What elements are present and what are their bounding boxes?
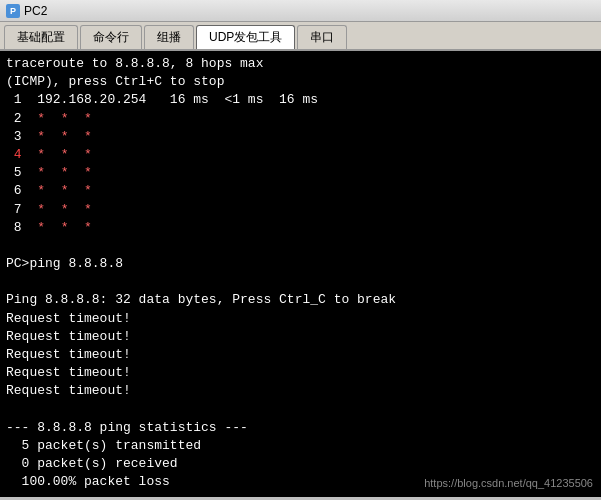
line-8: 6 * * *: [6, 182, 595, 200]
star-icon: *: [37, 202, 45, 217]
line-stats-header: --- 8.8.8.8 ping statistics ---: [6, 419, 595, 437]
line-4: 2 * * *: [6, 110, 595, 128]
line-2: (ICMP), press Ctrl+C to stop: [6, 73, 595, 91]
star-icon: *: [61, 183, 69, 198]
title-bar-icon: P: [6, 4, 20, 18]
line-timeout-2: Request timeout!: [6, 328, 595, 346]
line-blank-1: [6, 237, 595, 255]
watermark: https://blog.csdn.net/qq_41235506: [424, 476, 593, 491]
line-ping-cmd: PC>ping 8.8.8.8: [6, 255, 595, 273]
line-timeout-3: Request timeout!: [6, 346, 595, 364]
line-timeout-5: Request timeout!: [6, 382, 595, 400]
star-icon: *: [61, 202, 69, 217]
line-timeout-1: Request timeout!: [6, 310, 595, 328]
star-icon: *: [37, 147, 45, 162]
star-icon: *: [84, 183, 92, 198]
star-icon: *: [61, 147, 69, 162]
line-blank-3: [6, 401, 595, 419]
star-icon: *: [84, 129, 92, 144]
line-ping-info: Ping 8.8.8.8: 32 data bytes, Press Ctrl_…: [6, 291, 595, 309]
star-icon: *: [37, 183, 45, 198]
star-icon: *: [84, 147, 92, 162]
line-stats-transmitted: 5 packet(s) transmitted: [6, 437, 595, 455]
terminal: traceroute to 8.8.8.8, 8 hops max (ICMP)…: [0, 51, 601, 497]
tab-multicast[interactable]: 组播: [144, 25, 194, 49]
line-blank-2: [6, 273, 595, 291]
line-blank-4: [6, 492, 595, 498]
star-icon: *: [84, 202, 92, 217]
tab-basic-config[interactable]: 基础配置: [4, 25, 78, 49]
line-9: 7 * * *: [6, 201, 595, 219]
line-7: 5 * * *: [6, 164, 595, 182]
tab-serial[interactable]: 串口: [297, 25, 347, 49]
line-timeout-4: Request timeout!: [6, 364, 595, 382]
line-stats-received: 0 packet(s) received: [6, 455, 595, 473]
line-3: 1 192.168.20.254 16 ms <1 ms 16 ms: [6, 91, 595, 109]
line-6: 4 * * *: [6, 146, 595, 164]
window-title: PC2: [24, 4, 47, 18]
star-icon: *: [84, 111, 92, 126]
star-icon: *: [84, 220, 92, 235]
star-icon: *: [84, 165, 92, 180]
line-1: traceroute to 8.8.8.8, 8 hops max: [6, 55, 595, 73]
tab-bar: 基础配置 命令行 组播 UDP发包工具 串口: [0, 22, 601, 51]
line-5: 3 * * *: [6, 128, 595, 146]
star-icon: *: [61, 129, 69, 144]
star-icon: *: [37, 129, 45, 144]
star-icon: *: [37, 220, 45, 235]
tab-command-line[interactable]: 命令行: [80, 25, 142, 49]
star-icon: *: [61, 111, 69, 126]
star-icon: *: [61, 165, 69, 180]
star-icon: *: [37, 111, 45, 126]
star-icon: *: [61, 220, 69, 235]
star-icon: *: [37, 165, 45, 180]
line-10: 8 * * *: [6, 219, 595, 237]
tab-udp-tool[interactable]: UDP发包工具: [196, 25, 295, 49]
title-bar: P PC2: [0, 0, 601, 22]
